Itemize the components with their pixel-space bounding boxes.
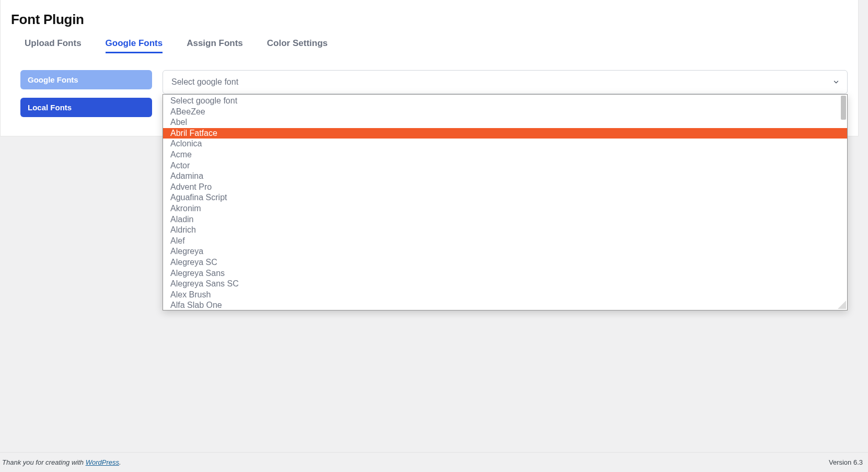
- footer-thanks: Thank you for creating with WordPress.: [2, 458, 121, 466]
- right-gutter: [859, 0, 868, 472]
- tab-color-settings[interactable]: Color Settings: [267, 38, 328, 53]
- tab-label: Upload Fonts: [25, 38, 82, 48]
- font-option[interactable]: Alegreya SC: [163, 257, 847, 268]
- font-option[interactable]: Adamina: [163, 171, 847, 182]
- font-dropdown[interactable]: Select google fontABeeZeeAbelAbril Fatfa…: [163, 94, 848, 310]
- footer-thanks-suffix: .: [119, 458, 121, 466]
- font-option[interactable]: Alegreya Sans: [163, 268, 847, 279]
- font-option[interactable]: Abel: [163, 117, 847, 128]
- font-option[interactable]: Alegreya Sans SC: [163, 279, 847, 290]
- admin-footer: Thank you for creating with WordPress. V…: [0, 452, 868, 472]
- font-option[interactable]: Aldrich: [163, 225, 847, 236]
- main-panel: Select google font Select google fontABe…: [163, 70, 848, 94]
- tab-google-fonts[interactable]: Google Fonts: [106, 38, 163, 53]
- font-option[interactable]: Select google font: [163, 96, 847, 107]
- footer-wordpress-link[interactable]: WordPress: [86, 458, 119, 466]
- footer-thanks-prefix: Thank you for creating with: [2, 458, 86, 466]
- font-option[interactable]: Actor: [163, 160, 847, 171]
- font-option[interactable]: Alegreya: [163, 246, 847, 257]
- tab-label: Color Settings: [267, 38, 328, 48]
- resize-handle-icon: [838, 301, 846, 309]
- tab-label: Google Fonts: [106, 38, 163, 48]
- font-option[interactable]: Alef: [163, 236, 847, 247]
- font-option[interactable]: Advent Pro: [163, 182, 847, 193]
- footer-version: Version 6.3: [829, 458, 863, 466]
- tab-assign-fonts[interactable]: Assign Fonts: [187, 38, 243, 53]
- font-option[interactable]: Alex Brush: [163, 290, 847, 301]
- plugin-card: Font Plugin Upload Fonts Google Fonts As…: [0, 0, 859, 136]
- font-select-placeholder: Select google font: [171, 77, 238, 87]
- font-option[interactable]: Aguafina Script: [163, 192, 847, 203]
- font-option[interactable]: Akronim: [163, 203, 847, 214]
- chevron-down-icon: [832, 78, 840, 86]
- tab-upload-fonts[interactable]: Upload Fonts: [25, 38, 82, 53]
- sidebar-item-label: Local Fonts: [28, 103, 72, 112]
- sidebar-item-local-fonts[interactable]: Local Fonts: [20, 98, 152, 117]
- tab-label: Assign Fonts: [187, 38, 243, 48]
- sidebar-item-label: Google Fonts: [28, 75, 78, 84]
- font-option[interactable]: Aladin: [163, 214, 847, 225]
- font-option[interactable]: Aclonica: [163, 139, 847, 149]
- sidebar: Google Fonts Local Fonts: [11, 70, 152, 117]
- page-title: Font Plugin: [11, 11, 848, 28]
- font-option[interactable]: Acme: [163, 149, 847, 160]
- font-select[interactable]: Select google font: [163, 70, 848, 94]
- tabs: Upload Fonts Google Fonts Assign Fonts C…: [11, 38, 848, 53]
- font-option[interactable]: Abril Fatface: [163, 128, 847, 139]
- font-option[interactable]: Alfa Slab One: [163, 300, 847, 310]
- font-option[interactable]: ABeeZee: [163, 107, 847, 118]
- sidebar-item-google-fonts[interactable]: Google Fonts: [20, 70, 152, 89]
